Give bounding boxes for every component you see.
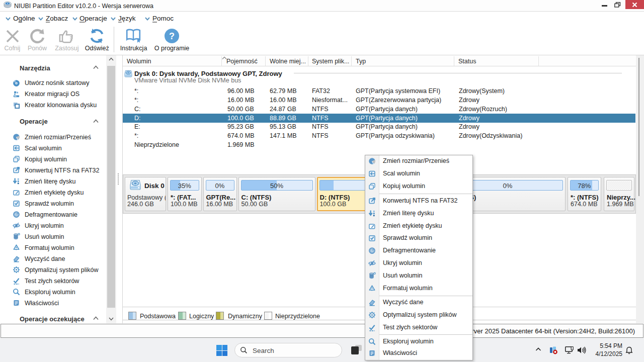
svg-text:?: ?: [169, 31, 175, 41]
